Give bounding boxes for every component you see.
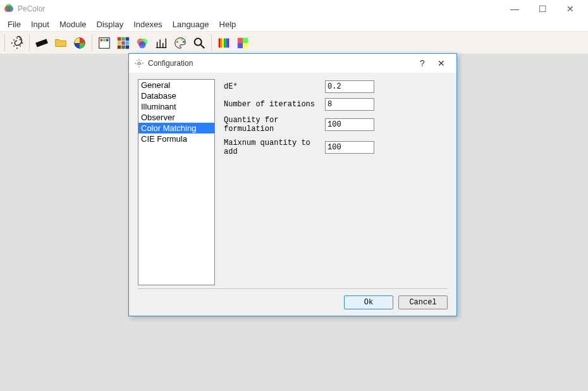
rgb-venn-icon[interactable] [133,34,151,52]
svg-point-37 [138,62,140,65]
ok-button[interactable]: Ok [344,295,393,309]
svg-rect-32 [228,38,230,47]
svg-rect-34 [243,37,248,42]
category-list[interactable]: General Database Illuminant Observer Col… [138,79,215,285]
color-quad-icon[interactable] [234,34,252,52]
category-cie-formula[interactable]: CIE Formula [138,133,214,144]
settings-icon[interactable] [8,34,26,52]
svg-rect-13 [121,41,125,45]
window-titlebar: PeColor — ☐ ✕ [0,0,588,18]
svg-rect-27 [219,38,221,47]
svg-point-20 [139,41,146,48]
svg-rect-15 [118,45,121,49]
svg-rect-11 [126,37,130,40]
menu-help[interactable]: Help [214,18,242,30]
menu-module[interactable]: Module [54,18,92,30]
quantity-formulation-label: Quantity for formulation [224,116,325,133]
svg-rect-7 [103,39,106,41]
art-palette-icon[interactable] [171,34,189,52]
category-database[interactable]: Database [138,90,214,101]
svg-rect-17 [126,45,130,49]
toolbar-separator [211,35,212,51]
menu-input[interactable]: Input [26,18,54,30]
dialog-titlebar: Configuration ? ✕ [129,54,456,73]
menu-bar: File Input Module Display Indexes Langua… [0,18,588,32]
grid-colors-icon[interactable] [114,34,132,52]
swatch-icon[interactable] [33,34,51,52]
svg-rect-3 [35,39,48,47]
toolbar-separator [4,35,5,51]
dialog-close-button[interactable]: ✕ [431,58,451,68]
svg-rect-12 [118,41,121,45]
dialog-help-button[interactable]: ? [413,58,431,68]
menu-language[interactable]: Language [168,18,214,30]
toolbar-separator [29,35,30,51]
minimize-button[interactable]: — [501,0,529,18]
folder-icon[interactable] [52,34,70,52]
category-illuminant[interactable]: Illuminant [138,101,214,112]
configuration-dialog: Configuration ? ✕ General Database Illum… [128,53,457,316]
svg-line-26 [201,44,205,48]
de-input[interactable] [325,80,374,93]
svg-rect-16 [121,45,125,49]
svg-rect-6 [101,39,103,41]
menu-display[interactable]: Display [92,18,129,30]
spectrum-icon[interactable] [215,34,233,52]
svg-point-2 [6,4,12,10]
iterations-label: Number of iterations [224,100,325,109]
menu-file[interactable]: File [3,18,26,30]
de-label: dE* [224,82,325,91]
chart-icon[interactable] [152,34,170,52]
menu-indexes[interactable]: Indexes [128,18,168,30]
category-observer[interactable]: Observer [138,112,214,123]
iterations-input[interactable] [325,98,374,111]
max-quantity-input[interactable] [325,141,374,154]
svg-point-21 [176,40,178,42]
close-button[interactable]: ✕ [556,0,584,18]
svg-rect-35 [238,43,243,48]
window-title: PeColor [18,4,501,13]
svg-rect-28 [221,38,223,47]
max-quantity-label: Maixnum quantity to add [224,139,325,156]
svg-rect-9 [118,37,121,40]
svg-rect-31 [226,38,228,47]
svg-rect-10 [121,37,125,40]
maximize-button[interactable]: ☐ [529,0,556,18]
svg-point-25 [195,38,202,45]
cancel-button[interactable]: Cancel [398,295,448,309]
gear-icon [134,58,144,68]
toolbar [0,32,588,54]
form-area: dE* Number of iterations Quantity for fo… [224,79,448,286]
color-wheel-icon[interactable] [71,34,89,52]
svg-rect-8 [106,39,109,41]
quantity-formulation-input[interactable] [325,118,374,131]
dialog-title: Configuration [148,59,413,68]
category-color-matching[interactable]: Color Matching [138,123,214,133]
svg-rect-29 [222,38,224,47]
svg-point-24 [183,40,185,42]
toolbar-separator [92,35,92,51]
zoom-icon[interactable] [190,34,208,52]
svg-point-23 [181,39,183,40]
svg-point-22 [178,39,180,40]
palette-icon[interactable] [95,34,113,52]
svg-rect-14 [126,41,130,45]
svg-rect-36 [243,43,248,48]
svg-rect-33 [238,37,243,42]
svg-rect-30 [224,38,226,47]
app-icon [4,4,14,14]
category-general[interactable]: General [138,80,214,90]
